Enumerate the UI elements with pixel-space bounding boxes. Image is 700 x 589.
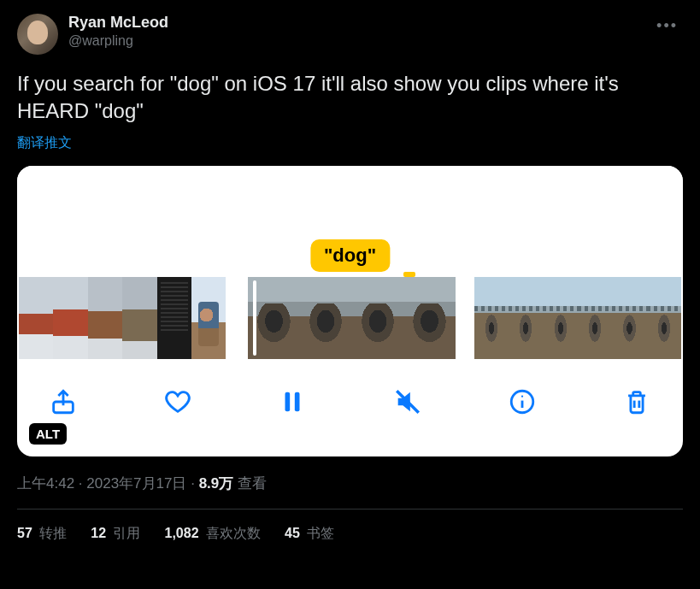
share-icon[interactable] [46, 385, 80, 419]
clip-group-3[interactable] [474, 277, 681, 359]
clip-frame [543, 277, 577, 359]
likes-stat[interactable]: 1,082 喜欢次数 [165, 525, 262, 543]
clip-frame [19, 277, 53, 359]
alt-badge[interactable]: ALT [29, 423, 67, 445]
handle: @warpling [68, 33, 168, 49]
tweet-meta: 上午4:42 · 2023年7月17日 · 8.9万 查看 [17, 474, 683, 493]
clip-group-2[interactable] [244, 277, 455, 359]
tweet-container: Ryan McLeod @warpling ••• If you search … [0, 0, 700, 543]
views-label: 查看 [233, 475, 267, 492]
clip-frame [157, 277, 191, 359]
media-top-area: "dog" [17, 166, 683, 277]
author-names[interactable]: Ryan McLeod @warpling [68, 14, 168, 49]
filmstrip[interactable] [17, 277, 683, 359]
clip-frame [578, 277, 612, 359]
tweet-time[interactable]: 上午4:42 [17, 475, 74, 492]
media-card[interactable]: "dog" [17, 166, 683, 456]
display-name: Ryan McLeod [68, 14, 168, 32]
trash-icon[interactable] [620, 385, 654, 419]
quotes-stat[interactable]: 12 引用 [91, 525, 140, 543]
clip-frame [474, 277, 509, 359]
translate-link[interactable]: 翻译推文 [17, 134, 72, 152]
caption-pill: "dog" [310, 239, 390, 272]
info-icon[interactable] [505, 385, 539, 419]
retweets-stat[interactable]: 57 转推 [17, 525, 67, 543]
clip-frame [647, 277, 681, 359]
heart-icon[interactable] [161, 385, 195, 419]
views-count: 8.9万 [199, 475, 234, 492]
svg-rect-2 [295, 392, 300, 411]
clip-frame [403, 277, 456, 359]
clip-frame [351, 277, 403, 359]
tweet-stats: 57 转推 12 引用 1,082 喜欢次数 45 书签 [17, 509, 683, 543]
clip-frame [53, 277, 87, 359]
clip-group-1[interactable] [19, 277, 226, 359]
clip-frame [191, 277, 226, 359]
clip-frame [88, 277, 122, 359]
clip-frame [122, 277, 156, 359]
clip-frame [612, 277, 646, 359]
avatar[interactable] [17, 14, 58, 55]
svg-point-6 [521, 395, 523, 397]
svg-rect-1 [285, 392, 291, 411]
clip-frame [509, 277, 543, 359]
tweet-header: Ryan McLeod @warpling ••• [17, 14, 683, 55]
clip-frame [300, 277, 352, 359]
media-toolbar [17, 359, 683, 445]
more-options-button[interactable]: ••• [651, 14, 683, 38]
clip-frame [248, 277, 300, 359]
mute-icon[interactable] [391, 385, 425, 419]
tweet-text: If you search for "dog" on iOS 17 it'll … [17, 70, 683, 126]
pause-icon[interactable] [275, 385, 309, 419]
bookmarks-stat[interactable]: 45 书签 [285, 525, 334, 543]
tweet-date[interactable]: 2023年7月17日 [86, 475, 186, 492]
